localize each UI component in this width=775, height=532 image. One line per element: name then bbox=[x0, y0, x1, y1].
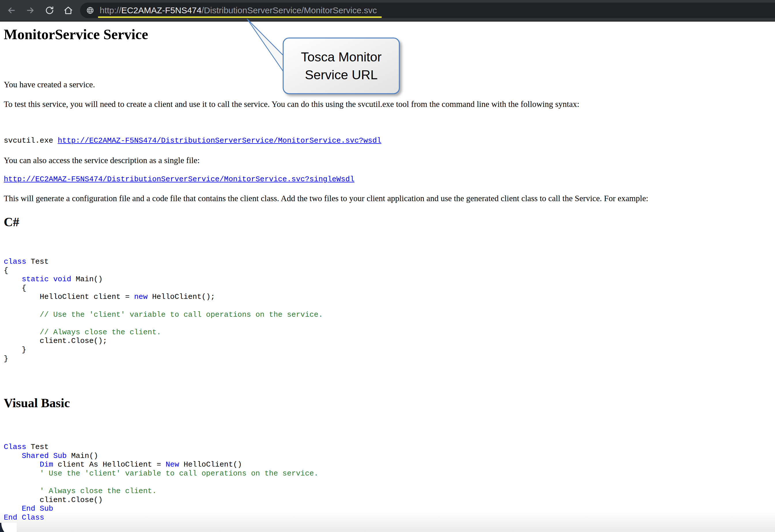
toolbar-bottom-border bbox=[0, 21, 775, 22]
intro-text: You have created a service. bbox=[4, 79, 95, 89]
callout-label: Tosca Monitor Service URL bbox=[283, 38, 399, 94]
home-button[interactable] bbox=[63, 5, 73, 15]
svcutil-command-line: svcutil.exe http://EC2AMAZ-F5NS474/Distr… bbox=[4, 136, 381, 145]
generate-text: This will generate a configuration file … bbox=[4, 193, 648, 203]
csharp-heading: C# bbox=[4, 215, 19, 230]
callout-line-2: Service URL bbox=[305, 66, 378, 84]
url-yellow-underline-annotation bbox=[98, 16, 382, 18]
bottom-gradient bbox=[0, 511, 775, 532]
wsdl-link[interactable]: http://EC2AMAZ-F5NS474/DistributionServe… bbox=[58, 136, 381, 145]
vb-heading: Visual Basic bbox=[4, 396, 70, 411]
test-instructions-text: To test this service, you will need to c… bbox=[4, 99, 579, 109]
forward-button[interactable] bbox=[25, 5, 35, 15]
single-wsdl-line: http://EC2AMAZ-F5NS474/DistributionServe… bbox=[4, 175, 354, 184]
browser-window: http://EC2AMAZ-F5NS474/DistributionServe… bbox=[0, 0, 775, 532]
url-host: EC2AMAZ-F5NS474 bbox=[121, 5, 201, 15]
back-arrow-icon bbox=[7, 5, 16, 15]
back-button[interactable] bbox=[7, 5, 16, 15]
url-scheme: http:// bbox=[100, 5, 121, 15]
single-wsdl-link[interactable]: http://EC2AMAZ-F5NS474/DistributionServe… bbox=[4, 175, 354, 183]
svcutil-prefix: svcutil.exe bbox=[4, 136, 58, 145]
vb-code-block: Class Test Shared Sub Main() Dim client … bbox=[4, 443, 318, 522]
url-field[interactable]: http://EC2AMAZ-F5NS474/DistributionServe… bbox=[100, 3, 377, 18]
forward-arrow-icon bbox=[25, 5, 35, 15]
page-title: MonitorService Service bbox=[4, 26, 148, 43]
url-path: /DistributionServerService/MonitorServic… bbox=[201, 5, 377, 15]
single-file-text: You can also access the service descript… bbox=[4, 155, 200, 165]
reload-button[interactable] bbox=[45, 5, 54, 15]
window-corner-dark bbox=[0, 523, 17, 532]
callout-tail bbox=[247, 19, 284, 73]
globe-icon[interactable] bbox=[86, 6, 94, 14]
home-icon bbox=[63, 5, 73, 15]
reload-icon bbox=[45, 5, 54, 15]
csharp-code-block: class Test{ static void Main() { HelloCl… bbox=[4, 257, 323, 363]
callout-line-1: Tosca Monitor bbox=[301, 48, 381, 66]
